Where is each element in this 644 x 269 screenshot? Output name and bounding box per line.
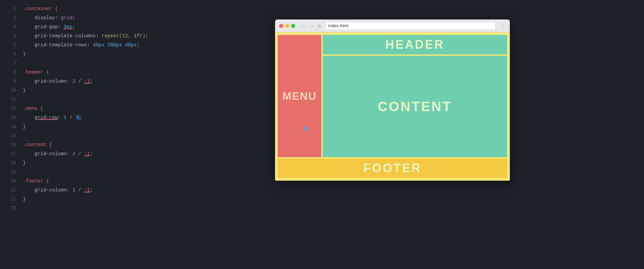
code-line-3: 3 grid-gap: 3px; <box>0 24 275 33</box>
code-line-23: 23 <box>0 206 275 215</box>
code-line-2: 2 display: grid; <box>0 15 275 24</box>
code-line-21: 21 grid-column: 1 / -1; <box>0 187 275 196</box>
reload-button[interactable]: ↻ <box>317 22 323 30</box>
grid-content-cell: CONTENT <box>323 56 507 157</box>
code-line-1: 1 .container { <box>0 6 275 15</box>
grid-menu-cell: MENU <box>278 35 321 157</box>
code-line-10: 10 } <box>0 88 275 97</box>
code-line-17: 17 grid-column: 2 / -1; <box>0 151 275 160</box>
forward-button[interactable]: → <box>309 23 314 29</box>
code-line-6: 6 } <box>0 51 275 60</box>
code-line-8: 8 .header { <box>0 70 275 79</box>
svg-marker-0 <box>305 126 309 132</box>
code-lines: 1 .container { 2 display: grid; 3 grid-g… <box>0 0 275 221</box>
code-line-19: 19 <box>0 169 275 178</box>
code-line-20: 20 .footer { <box>0 178 275 187</box>
code-line-13: 13 grid-row: 1 / 3; <box>0 115 275 124</box>
address-text: index.html <box>328 23 348 28</box>
grid-demo: HEADER MENU CONTENT FOOTER <box>278 35 507 178</box>
code-line-12: 12 .menu { <box>0 106 275 115</box>
code-line-18: 18 } <box>0 160 275 169</box>
browser-toolbar: ← → ↻ index.html ⋮ <box>275 19 510 32</box>
code-line-15: 15 <box>0 133 275 142</box>
grid-footer-cell: FOOTER <box>278 159 507 178</box>
close-button[interactable] <box>279 24 283 28</box>
address-bar[interactable]: index.html <box>325 22 496 30</box>
code-line-7: 7 <box>0 60 275 70</box>
grid-header-cell: HEADER <box>323 35 507 54</box>
code-line-22: 22 } <box>0 196 275 206</box>
browser-window: ← → ↻ index.html ⋮ HEADER MENU CONTENT F… <box>275 19 510 181</box>
browser-menu-button[interactable]: ⋮ <box>500 22 506 30</box>
code-line-11: 11 <box>0 97 275 106</box>
minimize-button[interactable] <box>285 24 289 28</box>
code-editor: 1 .container { 2 display: grid; 3 grid-g… <box>0 0 275 269</box>
back-button[interactable]: ← <box>301 23 306 29</box>
code-line-16: 16 .content { <box>0 142 275 151</box>
maximize-button[interactable] <box>291 24 295 28</box>
traffic-lights <box>279 24 295 28</box>
code-line-5: 5 grid-template-rows: 40px 200px 40px; <box>0 42 275 51</box>
browser-content: HEADER MENU CONTENT FOOTER <box>275 32 510 181</box>
mouse-cursor-icon <box>304 125 311 133</box>
code-line-4: 4 grid-template-columns: repeat(12, 1fr)… <box>0 33 275 42</box>
code-line-14: 14 } <box>0 124 275 133</box>
code-line-9: 9 grid-column: 2 / -1; <box>0 79 275 88</box>
